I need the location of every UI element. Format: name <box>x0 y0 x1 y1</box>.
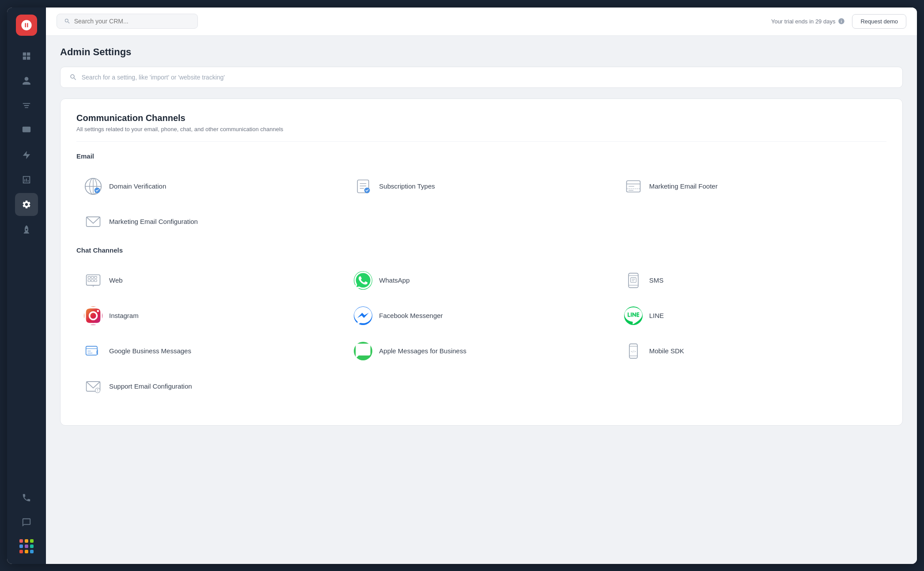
marketing-email-config-label: Marketing Email Configuration <box>109 218 198 225</box>
marketing-email-footer-label: Marketing Email Footer <box>649 182 718 190</box>
web-label: Web <box>109 276 123 284</box>
sidebar-item-deploy[interactable] <box>15 218 38 241</box>
settings-search-icon <box>69 73 77 81</box>
domain-verification-icon <box>83 177 103 196</box>
sidebar-item-contacts[interactable] <box>15 69 38 92</box>
sidebar-item-chat[interactable] <box>15 511 38 534</box>
svg-rect-29 <box>630 277 636 282</box>
svg-rect-22 <box>91 280 93 282</box>
channel-instagram[interactable]: Instagram <box>76 298 346 333</box>
email-section: Email <box>76 152 886 239</box>
sidebar-item-automation[interactable] <box>15 144 38 166</box>
svg-rect-20 <box>95 276 97 278</box>
domain-verification-label: Domain Verification <box>109 182 166 190</box>
channel-domain-verification[interactable]: Domain Verification <box>76 169 346 204</box>
main-area: Your trial ends in 29 days Request demo … <box>46 8 917 564</box>
svg-rect-23 <box>95 280 97 282</box>
trial-badge: Your trial ends in 29 days <box>771 18 845 25</box>
channels-title: Communication Channels <box>76 113 886 123</box>
apple-messages-icon <box>353 341 373 361</box>
facebook-messenger-label: Facebook Messenger <box>379 312 443 319</box>
channel-marketing-email-footer[interactable]: Marketing Email Footer <box>617 169 886 204</box>
channels-description: All settings related to your email, phon… <box>76 126 886 142</box>
communication-channels-card: Communication Channels All settings rela… <box>60 98 903 426</box>
channel-google-business[interactable]: Google Business Messages <box>76 333 346 369</box>
svg-rect-21 <box>88 280 90 282</box>
channel-whatsapp[interactable]: WhatsApp <box>346 263 616 298</box>
google-business-icon <box>83 341 103 361</box>
topbar: Your trial ends in 29 days Request demo <box>46 8 917 36</box>
line-icon <box>624 306 643 325</box>
channel-subscription-types[interactable]: Subscription Types <box>346 169 616 204</box>
sidebar-item-reports[interactable] <box>15 168 38 191</box>
sms-icon <box>624 271 643 290</box>
channel-marketing-email-config[interactable]: Marketing Email Configuration <box>76 204 346 239</box>
sidebar-item-settings[interactable] <box>15 193 38 216</box>
marketing-email-footer-icon <box>624 177 643 196</box>
channel-web[interactable]: Web <box>76 263 346 298</box>
channel-line[interactable]: LINE <box>617 298 886 333</box>
line-label: LINE <box>649 312 664 319</box>
instagram-icon <box>83 306 103 325</box>
mobile-sdk-label: Mobile SDK <box>649 347 684 355</box>
svg-point-40 <box>97 391 98 391</box>
svg-text:</>: </> <box>631 349 636 352</box>
channel-facebook-messenger[interactable]: Facebook Messenger <box>346 298 616 333</box>
chat-channel-grid: Web WhatsApp <box>76 263 886 404</box>
mobile-sdk-icon: </> <box>624 341 643 361</box>
trial-text: Your trial ends in 29 days <box>771 18 836 25</box>
topbar-right: Your trial ends in 29 days Request demo <box>771 14 906 29</box>
sidebar-item-campaigns[interactable] <box>15 119 38 142</box>
channel-apple-messages[interactable]: Apple Messages for Business <box>346 333 616 369</box>
support-email-icon <box>83 377 103 396</box>
sms-label: SMS <box>649 276 664 284</box>
topbar-search-input[interactable] <box>74 18 190 25</box>
sidebar-item-dashboard[interactable] <box>15 45 38 68</box>
svg-rect-19 <box>91 276 93 278</box>
content-area: Admin Settings Communication Channels Al… <box>46 36 917 564</box>
whatsapp-label: WhatsApp <box>379 276 409 284</box>
sidebar-item-marketing[interactable] <box>15 94 38 117</box>
sidebar-dots <box>16 536 37 557</box>
chat-section-title: Chat Channels <box>76 246 886 254</box>
whatsapp-icon <box>353 271 373 290</box>
page-title: Admin Settings <box>60 36 903 67</box>
settings-search-box[interactable] <box>60 67 903 88</box>
svg-rect-18 <box>88 276 90 278</box>
sidebar <box>7 8 46 564</box>
email-channel-grid: Domain Verification <box>76 169 886 239</box>
app-logo[interactable] <box>16 15 37 36</box>
topbar-search[interactable] <box>57 14 198 29</box>
marketing-email-config-icon <box>83 212 103 231</box>
web-icon <box>83 271 103 290</box>
subscription-types-icon <box>353 177 373 196</box>
channel-mobile-sdk[interactable]: </> Mobile SDK <box>617 333 886 369</box>
svg-rect-32 <box>86 346 97 355</box>
request-demo-button[interactable]: Request demo <box>852 14 906 29</box>
facebook-messenger-icon <box>353 306 373 325</box>
support-email-label: Support Email Configuration <box>109 382 192 390</box>
svg-rect-0 <box>23 126 30 132</box>
channel-support-email[interactable]: Support Email Configuration <box>76 369 346 404</box>
subscription-types-label: Subscription Types <box>379 182 435 190</box>
info-icon <box>838 18 845 25</box>
email-section-title: Email <box>76 152 886 160</box>
channel-sms[interactable]: SMS <box>617 263 886 298</box>
google-business-label: Google Business Messages <box>109 347 191 355</box>
chat-section: Chat Channels <box>76 246 886 404</box>
instagram-label: Instagram <box>109 312 139 319</box>
apple-messages-label: Apple Messages for Business <box>379 347 466 355</box>
sidebar-item-phone[interactable] <box>15 486 38 509</box>
sidebar-bottom <box>15 486 38 557</box>
search-icon <box>64 18 71 25</box>
settings-search-input[interactable] <box>82 74 894 81</box>
